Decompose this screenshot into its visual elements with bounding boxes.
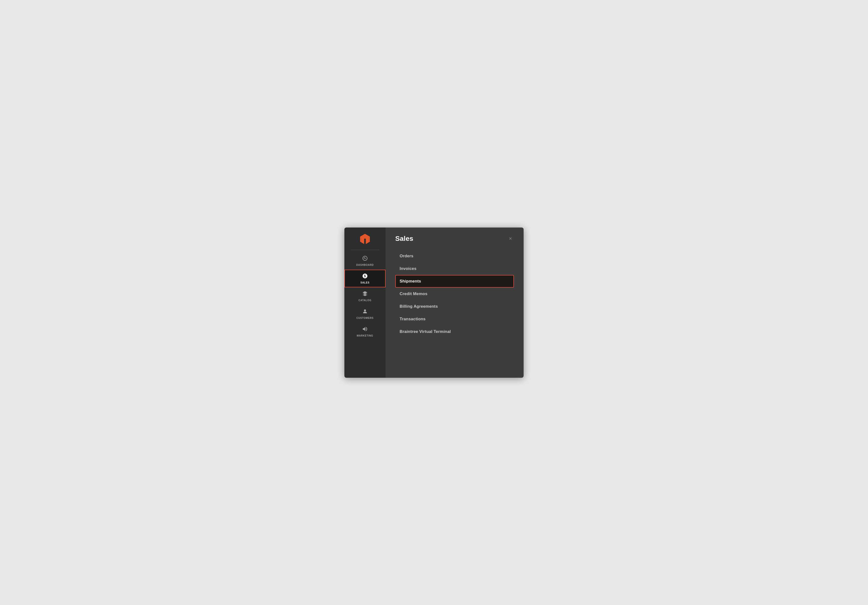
menu-item-braintree[interactable]: Braintree Virtual Terminal — [395, 326, 514, 338]
sidebar-item-catalog[interactable]: CATALOG — [344, 287, 386, 305]
menu-item-billing-agreements[interactable]: Billing Agreements — [395, 300, 514, 313]
sidebar-item-marketing[interactable]: MARKETING — [344, 323, 386, 340]
sales-icon: $ — [362, 273, 368, 280]
customers-icon — [362, 309, 368, 315]
svg-point-3 — [364, 309, 366, 311]
catalog-label: CATALOG — [358, 299, 372, 302]
marketing-label: MARKETING — [357, 334, 373, 337]
marketing-icon — [362, 326, 368, 333]
catalog-icon — [362, 291, 368, 298]
panel-header: Sales × — [395, 235, 514, 242]
menu-item-orders[interactable]: Orders — [395, 250, 514, 262]
menu-item-transactions[interactable]: Transactions — [395, 313, 514, 326]
dashboard-icon — [362, 255, 368, 262]
close-button[interactable]: × — [507, 235, 514, 242]
customers-label: CUSTOMERS — [356, 316, 374, 320]
menu-item-credit-memos[interactable]: Credit Memos — [395, 288, 514, 300]
sales-menu-list: Orders Invoices Shipments Credit Memos B… — [395, 250, 514, 338]
menu-item-invoices[interactable]: Invoices — [395, 262, 514, 275]
svg-text:$: $ — [364, 274, 366, 278]
panel-title: Sales — [395, 235, 414, 242]
sidebar-item-sales[interactable]: $ SALES — [344, 270, 386, 287]
dashboard-label: DASHBOARD — [356, 264, 374, 266]
sidebar-item-dashboard[interactable]: DASHBOARD — [344, 252, 386, 270]
menu-item-shipments[interactable]: Shipments — [395, 275, 514, 288]
sales-panel: Sales × Orders Invoices Shipments Credit… — [386, 228, 524, 378]
magento-logo-icon — [359, 233, 371, 245]
sidebar: DASHBOARD $ SALES CATALOG — [344, 228, 386, 378]
sales-label: SALES — [360, 281, 369, 284]
modal-container: DASHBOARD $ SALES CATALOG — [344, 228, 524, 378]
logo-area — [344, 228, 386, 250]
sidebar-item-customers[interactable]: CUSTOMERS — [344, 305, 386, 323]
